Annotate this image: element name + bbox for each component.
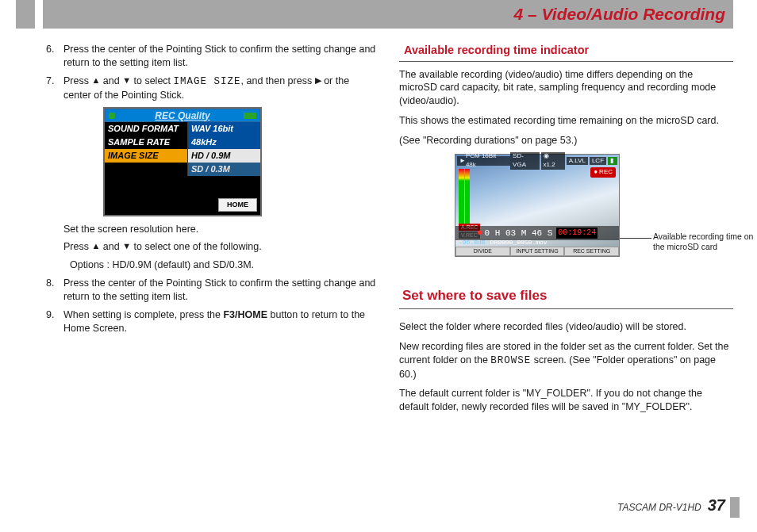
ss2-rec-badge: REC	[590, 167, 616, 178]
ss1-image-label: IMAGE SIZE	[105, 149, 187, 163]
rec-quality-screenshot: REC Quality SOUND FORMAT WAV 16bit SAMPL…	[103, 107, 262, 216]
t: , and then press	[241, 75, 315, 86]
t: Press	[63, 241, 91, 252]
up-triangle-icon: ▲	[91, 75, 100, 86]
t: to select one of the following.	[131, 241, 262, 252]
ss1-image-sd: SD / 0.3M	[187, 163, 260, 176]
t: and	[100, 241, 122, 252]
step-7-sub3: Options : HD/0.9M (default) and SD/0.3M.	[63, 258, 377, 272]
step-8: Press the center of the Pointing Stick t…	[43, 277, 377, 304]
ss1-title: REC Quality	[105, 109, 260, 122]
ss2-lcf: LCF	[590, 157, 606, 166]
callout-line	[620, 238, 651, 239]
recording-screen-screenshot: ► PCM 16Bit 48k SD-VGA ◉ x1.2 A.LVL LCF …	[455, 154, 620, 257]
ss2-right-icons: SD-VGA ◉ x1.2 A.LVL LCF ▮	[510, 156, 617, 166]
step-7: Press ▲ and ▼ to select IMAGE SIZE, and …	[43, 75, 377, 272]
ss2-timer-main: 0 H 03 M 46 S	[484, 228, 552, 239]
ss2-sdvga: SD-VGA	[510, 152, 539, 170]
t: x1.2	[544, 161, 555, 168]
ss2-filename-row: -96.0dB DR0000_0050.mov	[455, 239, 619, 247]
t: and	[100, 75, 122, 86]
ss2-topbar: ► PCM 16Bit 48k SD-VGA ◉ x1.2 A.LVL LCF …	[457, 156, 617, 166]
t: to select	[131, 75, 174, 86]
ss2-btn-input: INPUT SETTING	[510, 247, 565, 256]
page-body: Press the center of the Pointing Stick t…	[0, 29, 757, 420]
step-9: When setting is complete, press the F3/H…	[43, 308, 377, 335]
chapter-header: 4 – Video/Audio Recording	[43, 0, 733, 29]
ss1-sound-label: SOUND FORMAT	[105, 122, 187, 136]
ss2-soft-buttons: DIVIDE INPUT SETTING REC SETTING	[455, 247, 619, 256]
up-triangle-icon: ▲	[91, 240, 100, 252]
page-footer: TASCAM DR-V1HD 37	[617, 495, 725, 516]
f3-home-bold: F3/HOME	[223, 309, 267, 320]
t: PCM 16Bit 48k	[466, 152, 508, 170]
ss1-sound-value: WAV 16bit	[187, 122, 260, 136]
t: When setting is complete, press the	[63, 309, 223, 320]
footer-model: TASCAM DR-V1HD	[617, 501, 701, 514]
ss1-row-sample: SAMPLE RATE 48kHz	[105, 136, 260, 149]
ss1-row-sd: SD / 0.3M	[105, 163, 260, 176]
step-7-sub1: Set the screen resolution here.	[63, 223, 377, 236]
step-7-sub2: Press ▲ and ▼ to select one of the follo…	[63, 240, 377, 254]
p6: The default current folder is "MY_FOLDER…	[399, 387, 733, 414]
right-triangle-icon: ▶	[315, 75, 321, 86]
mono-image-size: IMAGE SIZE	[174, 76, 241, 87]
p4: Select the folder where recorded files (…	[399, 320, 733, 334]
ss1-sample-label: SAMPLE RATE	[105, 136, 187, 149]
ss2-lens-icon: ◉ x1.2	[541, 152, 565, 170]
set-where-heading: Set where to save files	[399, 287, 733, 309]
step-8-text: Press the center of the Pointing Stick t…	[63, 277, 375, 302]
footer-page-number: 37	[708, 495, 725, 516]
ss1-home-button: HOME	[218, 198, 257, 211]
left-column: Press the center of the Pointing Stick t…	[43, 43, 377, 420]
right-column: Available recording time indicator The a…	[399, 43, 733, 420]
ss1-row-sound: SOUND FORMAT WAV 16bit	[105, 122, 260, 136]
down-triangle-icon: ▼	[122, 75, 131, 86]
steps-list: Press the center of the Pointing Stick t…	[43, 43, 377, 335]
ss2-wrapper: ► PCM 16Bit 48k SD-VGA ◉ x1.2 A.LVL LCF …	[399, 154, 733, 265]
battery-icon: ▮	[608, 157, 617, 166]
p3: (See "Recording durations" on page 53.)	[399, 134, 733, 147]
ss2-alvl: A.LVL	[567, 157, 588, 166]
ss2-timer-remain: 00:19:24	[556, 228, 598, 239]
ss2-pcm: ► PCM 16Bit 48k	[457, 156, 510, 166]
ss1-image-hd: HD / 0.9M	[187, 149, 260, 163]
down-triangle-icon: ▼	[122, 240, 131, 252]
p1: The available recording (video/audio) ti…	[399, 68, 733, 109]
t: Press	[63, 75, 91, 86]
step-6: Press the center of the Pointing Stick t…	[43, 43, 377, 70]
level-meter-icon	[459, 169, 470, 229]
p5: New recording files are stored in the fo…	[399, 340, 733, 381]
footer-decor	[730, 497, 740, 518]
ss2-btn-divide: DIVIDE	[455, 247, 510, 256]
chapter-title: 4 – Video/Audio Recording	[514, 3, 725, 25]
callout-label: Available recording time on the microSD …	[653, 232, 757, 251]
mono-browse: BROWSE	[490, 355, 531, 366]
ss1-sample-value: 48kHz	[187, 136, 260, 149]
p2: This shows the estimated recording time …	[399, 114, 733, 128]
step-6-text: Press the center of the Pointing Stick t…	[63, 44, 375, 68]
ss1-row-image: IMAGE SIZE HD / 0.9M	[105, 149, 260, 163]
ss1-empty	[105, 163, 187, 176]
available-recording-heading: Available recording time indicator	[399, 43, 733, 62]
ss2-btn-rec: REC SETTING	[564, 247, 619, 256]
